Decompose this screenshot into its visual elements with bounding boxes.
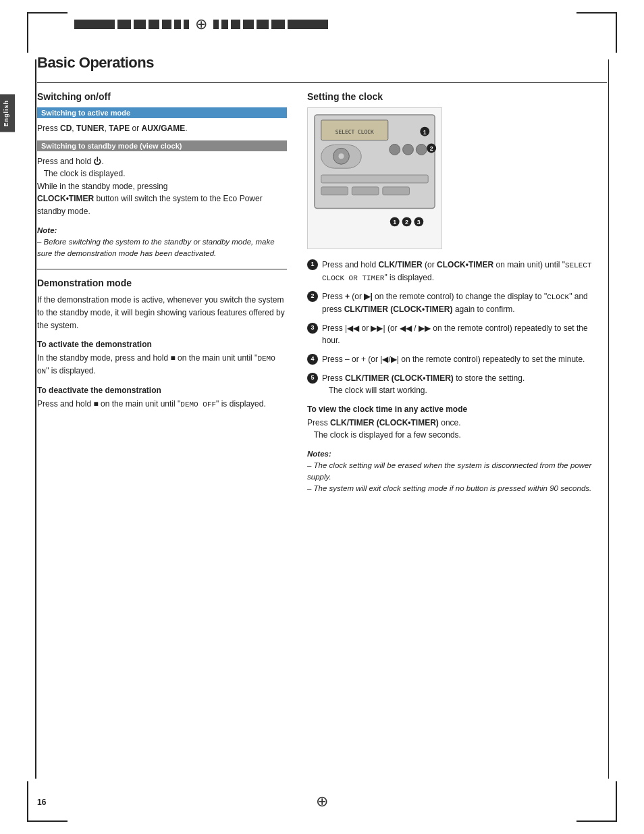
svg-text:2: 2 (430, 145, 433, 152)
step-4: 4 Press – or + (or |◀/▶| on the remote c… (307, 353, 607, 365)
svg-point-6 (390, 145, 400, 155)
clock-notes: Notes: – The clock setting will be erase… (307, 448, 607, 495)
device-svg: SELECT CLOCK 1 (308, 108, 441, 249)
step-number-3: 3 (307, 323, 318, 334)
clock-timer-key: CLOCK•TIMER (37, 194, 94, 203)
svg-rect-11 (352, 187, 379, 195)
clock-heading: Setting the clock (307, 91, 607, 102)
right-column: Setting the clock SELECT CLOCK (307, 91, 607, 504)
svg-text:SELECT CLOCK: SELECT CLOCK (336, 129, 374, 135)
svg-point-7 (403, 145, 414, 155)
deactivate-text: Press and hold ■ on the main unit until … (37, 398, 287, 411)
active-mode-label: Switching to active mode (37, 107, 287, 118)
left-column: Switching on/off Switching to active mod… (37, 91, 287, 504)
page-number: 16 (37, 798, 46, 807)
view-clock-text: Press CLK/TIMER (CLOCK•TIMER) once. The … (307, 417, 607, 442)
step-2: 2 Press + (or ▶| on the remote control) … (307, 290, 607, 315)
step-1: 1 Press and hold CLK/TIMER (or CLOCK•TIM… (307, 259, 607, 284)
step-3: 3 Press |◀◀ or ▶▶| (or ◀◀ / ▶▶ on the re… (307, 322, 607, 346)
view-clock-heading: To view the clock time in any active mod… (307, 405, 607, 414)
key-cd: CD (60, 124, 72, 133)
step-number-5: 5 (307, 373, 318, 384)
step-1-text: Press and hold CLK/TIMER (or CLOCK•TIMER… (322, 259, 607, 284)
device-image: SELECT CLOCK 1 (307, 107, 442, 249)
left-border-line (35, 59, 36, 779)
page-title: Basic Operations (37, 54, 607, 72)
svg-text:2: 2 (405, 219, 408, 226)
demo-on-display: DEMO ON (37, 355, 275, 375)
top-decorative-bar (74, 15, 570, 34)
step-5-text: Press CLK/TIMER (CLOCK•TIMER) to store t… (322, 372, 525, 396)
svg-point-5 (339, 153, 344, 159)
demo-divider (37, 269, 287, 269)
standby-text: Press and hold ⏻. The clock is displayed… (37, 155, 287, 218)
deactivate-heading: To deactivate the demonstration (37, 386, 287, 395)
switching-section: Switching on/off Switching to active mod… (37, 91, 287, 259)
step-number-4: 4 (307, 354, 318, 365)
svg-point-8 (416, 145, 427, 155)
crosshair-icon (192, 15, 211, 34)
svg-text:1: 1 (423, 129, 427, 136)
key-tape: TAPE (109, 124, 130, 133)
title-divider (37, 82, 607, 83)
step-number-2: 2 (307, 291, 318, 302)
clock-steps-list: 1 Press and hold CLK/TIMER (or CLOCK•TIM… (307, 259, 607, 396)
demo-off-display: DEMO OFF (180, 400, 216, 409)
demo-intro: If the demonstration mode is active, whe… (37, 294, 287, 332)
active-mode-text: Press CD, TUNER, TAPE or AUX/GAME. (37, 122, 287, 135)
switching-heading: Switching on/off (37, 91, 287, 102)
standby-mode-label: Switching to standby mode (view clock) (37, 140, 287, 151)
step-4-text: Press – or + (or |◀/▶| on the remote con… (322, 353, 585, 365)
svg-rect-12 (383, 187, 410, 195)
main-content: Basic Operations Switching on/off Switch… (37, 54, 607, 780)
step-number-1: 1 (307, 259, 318, 270)
step-2-text: Press + (or ▶| on the remote control) to… (322, 290, 607, 315)
activate-heading: To activate the demonstration (37, 340, 287, 349)
svg-rect-10 (321, 187, 348, 195)
step-5: 5 Press CLK/TIMER (CLOCK•TIMER) to store… (307, 372, 607, 396)
key-auxgame: AUX/GAME (142, 124, 186, 133)
step-3-text: Press |◀◀ or ▶▶| (or ◀◀ / ▶▶ on the remo… (322, 322, 607, 346)
two-column-layout: Switching on/off Switching to active mod… (37, 91, 607, 504)
language-tab: English (0, 95, 15, 132)
switching-note: Note: – Before switching the system to t… (37, 225, 287, 260)
svg-text:1: 1 (393, 219, 396, 226)
svg-text:3: 3 (417, 219, 421, 226)
svg-rect-9 (321, 175, 428, 183)
demo-section: Demonstration mode If the demonstration … (37, 269, 287, 411)
demo-heading: Demonstration mode (37, 278, 287, 288)
right-border-line (608, 59, 610, 779)
key-tuner: TUNER (76, 124, 104, 133)
bottom-crosshair-icon: ⊕ (316, 793, 328, 810)
activate-text: In the standby mode, press and hold ■ on… (37, 352, 287, 377)
